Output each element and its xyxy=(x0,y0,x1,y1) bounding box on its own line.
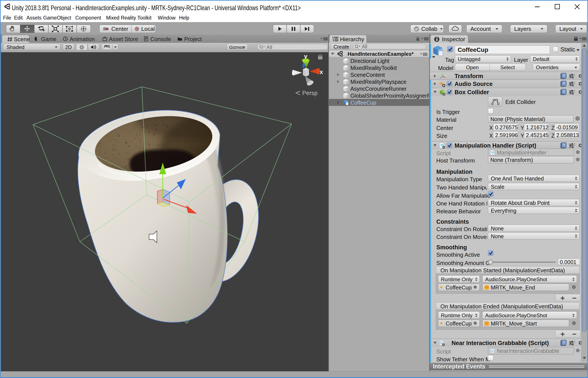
svg-text:?: ? xyxy=(563,82,565,85)
svg-text:C#: C# xyxy=(491,350,493,352)
svg-text:C#: C# xyxy=(440,342,443,344)
svg-text:x: x xyxy=(320,68,323,75)
svg-text:?: ? xyxy=(563,74,565,78)
svg-text:?: ? xyxy=(563,143,565,147)
svg-text:?: ? xyxy=(563,90,565,94)
svg-text:?: ? xyxy=(563,341,565,345)
svg-text:Persp: Persp xyxy=(302,90,318,96)
